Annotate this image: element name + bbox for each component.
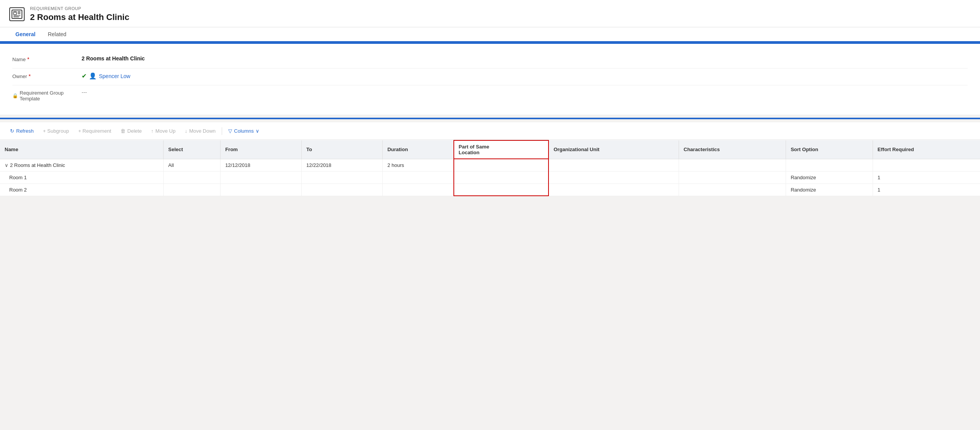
col-header-duration: Duration — [383, 140, 454, 159]
cell-sort-option: Randomize — [786, 171, 873, 183]
table-wrapper: Name Select From To Duration Part of Sam… — [0, 140, 980, 196]
cell-duration — [383, 183, 454, 196]
cell-org-unit — [549, 183, 679, 196]
col-header-from: From — [221, 140, 302, 159]
move-up-icon: ↑ — [151, 128, 154, 134]
cell-part-of-same — [454, 171, 549, 183]
cell-to: 12/22/2018 — [301, 159, 383, 171]
cell-characteristics — [679, 159, 786, 171]
requirements-table: Name Select From To Duration Part of Sam… — [0, 140, 980, 196]
cell-part-of-same — [454, 159, 549, 171]
delete-icon: 🗑 — [120, 128, 125, 134]
refresh-button[interactable]: ↻ Refresh — [6, 126, 38, 136]
cell-to — [301, 171, 383, 183]
form-section: Name * 2 Rooms at Health Clinic Owner * … — [0, 44, 980, 115]
cell-org-unit — [549, 171, 679, 183]
cell-duration — [383, 171, 454, 183]
cell-characteristics — [679, 183, 786, 196]
table-row[interactable]: Room 2 Randomize 1 — [0, 183, 980, 196]
refresh-icon: ↻ — [10, 128, 14, 134]
grid-toolbar: ↻ Refresh + Subgroup + Requirement 🗑 Del… — [0, 122, 980, 140]
svg-point-2 — [15, 12, 16, 13]
tab-related[interactable]: Related — [42, 27, 72, 42]
col-header-characteristics: Characteristics — [679, 140, 786, 159]
cell-name: Room 2 — [0, 183, 164, 196]
cell-characteristics — [679, 171, 786, 183]
cell-sort-option: Randomize — [786, 183, 873, 196]
value-template: --- — [82, 89, 968, 95]
section-divider-2 — [0, 118, 980, 119]
lock-icon: 🔒 — [12, 93, 18, 98]
label-template: 🔒 Requirement Group Template — [12, 89, 82, 102]
cell-from — [221, 183, 302, 196]
filter-icon: ▽ — [228, 128, 232, 134]
col-header-sort-option: Sort Option — [786, 140, 873, 159]
cell-from — [221, 171, 302, 183]
user-icon: 👤 — [89, 72, 97, 80]
cell-select — [164, 171, 221, 183]
cell-org-unit — [549, 159, 679, 171]
cell-select — [164, 183, 221, 196]
col-header-part-of-same: Part of SameLocation — [454, 140, 549, 159]
cell-effort-required: 1 — [873, 183, 980, 196]
move-up-button[interactable]: ↑ Move Up — [147, 126, 179, 136]
col-header-select: Select — [164, 140, 221, 159]
form-row-template: 🔒 Requirement Group Template --- — [12, 85, 968, 105]
chevron-down-icon: ∨ — [5, 162, 8, 168]
move-down-icon: ↓ — [185, 128, 187, 134]
move-down-button[interactable]: ↓ Move Down — [181, 126, 219, 136]
toolbar-divider — [222, 127, 222, 135]
table-header-row: Name Select From To Duration Part of Sam… — [0, 140, 980, 159]
cell-from: 12/12/2018 — [221, 159, 302, 171]
form-row-owner: Owner * ✔ 👤 Spencer Low — [12, 68, 968, 85]
tab-general[interactable]: General — [9, 27, 42, 42]
cell-duration: 2 hours — [383, 159, 454, 171]
col-header-to: To — [301, 140, 383, 159]
grid-section: ↻ Refresh + Subgroup + Requirement 🗑 Del… — [0, 122, 980, 196]
page-title: 2 Rooms at Health Clinic — [30, 12, 129, 22]
cell-name: ∨ 2 Rooms at Health Clinic — [0, 159, 164, 171]
header-icon — [9, 7, 25, 21]
header-subtitle: REQUIREMENT GROUP — [30, 6, 129, 11]
col-header-effort-required: Effort Required — [873, 140, 980, 159]
chevron-down-icon: ∨ — [256, 128, 259, 134]
cell-to — [301, 183, 383, 196]
value-name[interactable]: 2 Rooms at Health Clinic — [82, 55, 968, 62]
cell-select: All — [164, 159, 221, 171]
cell-name: Room 1 — [0, 171, 164, 183]
requirement-button[interactable]: + Requirement — [74, 126, 115, 136]
label-name: Name * — [12, 55, 82, 62]
delete-button[interactable]: 🗑 Delete — [117, 126, 146, 136]
cell-effort-required — [873, 159, 980, 171]
subgroup-button[interactable]: + Subgroup — [39, 126, 73, 136]
check-icon: ✔ — [82, 72, 87, 80]
cell-part-of-same — [454, 183, 549, 196]
table-row[interactable]: ∨ 2 Rooms at Health Clinic All 12/12/201… — [0, 159, 980, 171]
label-owner: Owner * — [12, 72, 82, 79]
cell-sort-option — [786, 159, 873, 171]
col-header-org-unit: Organizational Unit — [549, 140, 679, 159]
col-header-name: Name — [0, 140, 164, 159]
value-owner[interactable]: ✔ 👤 Spencer Low — [82, 72, 968, 80]
cell-effort-required: 1 — [873, 171, 980, 183]
tabs-bar: General Related — [0, 27, 980, 42]
form-row-name: Name * 2 Rooms at Health Clinic — [12, 52, 968, 68]
columns-button[interactable]: ▽ Columns ∨ — [224, 126, 263, 136]
page-header: REQUIREMENT GROUP 2 Rooms at Health Clin… — [0, 0, 980, 27]
table-row[interactable]: Room 1 Randomize 1 — [0, 171, 980, 183]
